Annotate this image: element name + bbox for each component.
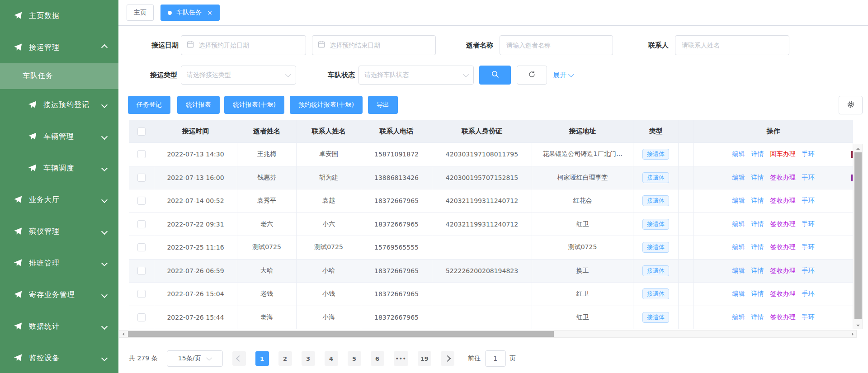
horizontal-scroll-thumb[interactable] bbox=[128, 331, 554, 337]
deceased-name-input[interactable] bbox=[500, 35, 613, 55]
sidebar-item-12[interactable]: 监控设备 bbox=[0, 342, 118, 373]
action-link-detail[interactable]: 详情 bbox=[751, 220, 764, 228]
action-link-edit[interactable]: 编辑 bbox=[732, 290, 745, 298]
scroll-right-icon[interactable] bbox=[852, 332, 855, 336]
toolbar-button-2[interactable]: 统计报表 bbox=[177, 96, 220, 114]
sidebar-item-8[interactable]: 殡仪管理 bbox=[0, 216, 118, 247]
action-link-sign-handle[interactable]: 签收办理 bbox=[770, 313, 796, 321]
action-link-detail[interactable]: 详情 bbox=[751, 267, 764, 275]
sidebar-item-2[interactable]: 接运管理 bbox=[0, 32, 118, 63]
page-size-select[interactable]: 15条/页 bbox=[167, 350, 223, 367]
row-checkbox[interactable] bbox=[137, 220, 146, 228]
row-checkbox[interactable] bbox=[137, 150, 146, 158]
date-end-field[interactable] bbox=[329, 41, 430, 49]
close-icon[interactable]: × bbox=[207, 9, 212, 16]
sidebar-item-7[interactable]: 业务大厅 bbox=[0, 184, 118, 216]
action-link-edit[interactable]: 编辑 bbox=[732, 313, 745, 321]
action-link-detail[interactable]: 详情 bbox=[751, 197, 764, 205]
action-link-wristband[interactable]: 手环 bbox=[802, 313, 815, 321]
action-link-edit[interactable]: 编辑 bbox=[732, 243, 745, 251]
goto-page-input[interactable] bbox=[485, 350, 506, 367]
contact-name-cell: 小六 bbox=[297, 213, 361, 236]
row-checkbox[interactable] bbox=[137, 290, 146, 298]
page-button-3[interactable]: 3 bbox=[302, 351, 315, 366]
action-link-wristband[interactable]: 手环 bbox=[802, 267, 815, 275]
page-button-4[interactable]: 4 bbox=[325, 351, 338, 366]
date-end-input[interactable] bbox=[312, 35, 436, 55]
action-link-sign-handle[interactable]: 签收办理 bbox=[770, 174, 796, 182]
scroll-down-icon[interactable] bbox=[856, 325, 860, 328]
sidebar-item-3[interactable]: 车队任务 bbox=[0, 63, 118, 89]
action-link-wristband[interactable]: 手环 bbox=[802, 243, 815, 251]
sidebar-item-4[interactable]: 接运预约登记 bbox=[0, 89, 118, 121]
action-link-detail[interactable]: 详情 bbox=[751, 150, 764, 158]
page-button-2[interactable]: 2 bbox=[278, 351, 292, 366]
action-link-detail[interactable]: 详情 bbox=[751, 313, 764, 321]
action-link-edit[interactable]: 编辑 bbox=[732, 197, 745, 205]
page-button-6[interactable]: 6 bbox=[371, 351, 384, 366]
tab-2[interactable]: 车队任务× bbox=[160, 5, 220, 21]
action-link-edit[interactable]: 编辑 bbox=[732, 150, 745, 158]
date-start-field[interactable] bbox=[198, 41, 300, 49]
action-link-wristband[interactable]: 手环 bbox=[802, 150, 815, 158]
action-link-detail[interactable]: 详情 bbox=[751, 243, 764, 251]
action-link-sign-handle[interactable]: 签收办理 bbox=[770, 290, 796, 298]
sidebar-item-10[interactable]: 寄存业务管理 bbox=[0, 279, 118, 311]
vertical-scroll-thumb[interactable] bbox=[854, 152, 862, 319]
toolbar-button-4[interactable]: 预约统计报表(十堰) bbox=[290, 96, 363, 114]
page-button-1[interactable]: 1 bbox=[255, 351, 269, 366]
next-page-button[interactable] bbox=[441, 351, 454, 366]
action-link-edit[interactable]: 编辑 bbox=[732, 220, 745, 228]
date-start-input[interactable] bbox=[181, 35, 306, 55]
action-link-sign-handle[interactable]: 签收办理 bbox=[770, 197, 796, 205]
select-all-checkbox[interactable] bbox=[137, 127, 146, 136]
tab-1[interactable]: 主页 bbox=[127, 5, 154, 21]
action-link-sign-handle[interactable]: 签收办理 bbox=[770, 267, 796, 275]
action-link-edit[interactable]: 编辑 bbox=[732, 267, 745, 275]
action-link-detail[interactable]: 详情 bbox=[751, 290, 764, 298]
row-checkbox[interactable] bbox=[137, 267, 146, 275]
toolbar-button-5[interactable]: 导出 bbox=[368, 96, 398, 114]
action-link-wristband[interactable]: 手环 bbox=[802, 197, 815, 205]
page-button-5[interactable]: 5 bbox=[348, 351, 361, 366]
send-icon bbox=[14, 195, 23, 204]
contact-idcard-cell: 420300195707152815 bbox=[432, 166, 532, 190]
action-link-wristband[interactable]: 手环 bbox=[802, 220, 815, 228]
action-link-wristband[interactable]: 手环 bbox=[802, 290, 815, 298]
page-button-19[interactable]: 19 bbox=[418, 351, 431, 366]
action-link-edit[interactable]: 编辑 bbox=[732, 174, 745, 182]
page-more-button[interactable]: ••• bbox=[394, 351, 408, 366]
prev-page-button[interactable] bbox=[232, 351, 246, 366]
action-link-detail[interactable]: 详情 bbox=[751, 174, 764, 182]
row-checkbox[interactable] bbox=[137, 243, 146, 251]
contact-name-field[interactable] bbox=[681, 41, 783, 49]
action-link-sign-handle[interactable]: 签收办理 bbox=[770, 243, 796, 251]
reset-button[interactable] bbox=[517, 66, 547, 85]
action-link-wristband[interactable]: 手环 bbox=[802, 174, 815, 182]
action-link-sign-handle[interactable]: 签收办理 bbox=[770, 220, 796, 228]
column-settings-button[interactable] bbox=[839, 96, 863, 114]
horizontal-scrollbar[interactable] bbox=[119, 330, 857, 338]
row-checkbox[interactable] bbox=[137, 197, 146, 205]
contact-name-input[interactable] bbox=[675, 35, 789, 55]
pickup-type-select[interactable]: 请选择接运类型 bbox=[181, 66, 296, 85]
search-button[interactable] bbox=[479, 66, 511, 85]
toolbar-button-3[interactable]: 统计报表(十堰) bbox=[224, 96, 284, 114]
sidebar-item-5[interactable]: 车辆管理 bbox=[0, 121, 118, 152]
vertical-scrollbar[interactable] bbox=[854, 144, 863, 329]
expand-toggle[interactable]: 展开 bbox=[553, 71, 573, 80]
action-link-return-handle[interactable]: 回车办理 bbox=[770, 150, 796, 158]
sidebar-item-6[interactable]: 车辆调度 bbox=[0, 152, 118, 184]
row-checkbox[interactable] bbox=[137, 174, 146, 182]
toolbar-button-1[interactable]: 任务登记 bbox=[128, 96, 170, 114]
scroll-up-icon[interactable] bbox=[856, 146, 860, 150]
sidebar-item-9[interactable]: 排班管理 bbox=[0, 247, 118, 279]
scroll-left-icon[interactable] bbox=[121, 332, 124, 336]
sidebar-item-1[interactable]: 主页数据 bbox=[0, 0, 118, 32]
sidebar-item-11[interactable]: 数据统计 bbox=[0, 311, 118, 342]
header-cell: 联系人电话 bbox=[361, 120, 432, 143]
search-icon bbox=[491, 70, 499, 80]
row-checkbox[interactable] bbox=[137, 313, 146, 321]
fleet-status-select[interactable]: 请选择车队状态 bbox=[359, 66, 474, 85]
deceased-name-field[interactable] bbox=[505, 41, 607, 49]
